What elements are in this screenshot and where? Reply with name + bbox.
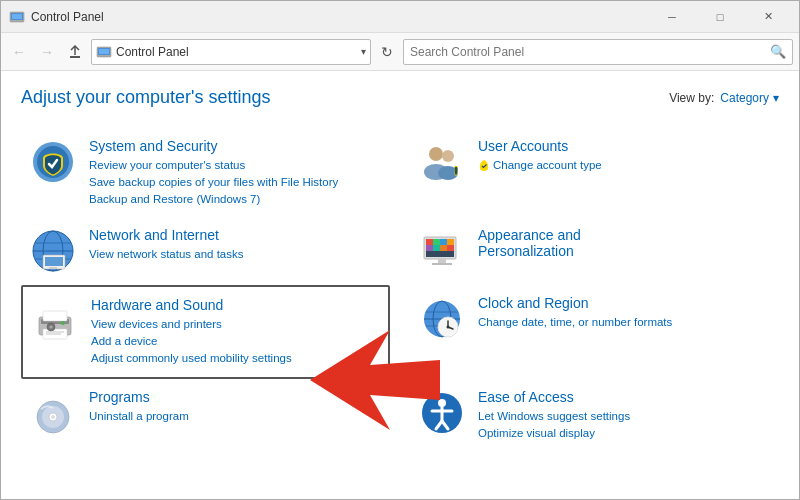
network-internet-title[interactable]: Network and Internet — [89, 227, 382, 243]
ease-of-access-link-2[interactable]: Optimize visual display — [478, 425, 771, 441]
appearance-icon — [418, 227, 466, 275]
system-security-icon — [29, 138, 77, 186]
hardware-sound-links: View devices and printers Add a device A… — [91, 316, 380, 366]
svg-point-9 — [429, 147, 443, 161]
minimize-button[interactable]: ─ — [649, 1, 695, 33]
programs-link-1[interactable]: Uninstall a program — [89, 408, 382, 424]
network-internet-link-1[interactable]: View network status and tasks — [89, 246, 382, 262]
search-icon[interactable]: 🔍 — [770, 44, 786, 59]
svg-rect-2 — [12, 14, 22, 19]
user-accounts-link-1[interactable]: Change account type — [478, 157, 771, 175]
ease-of-access-title[interactable]: Ease of Access — [478, 389, 771, 405]
system-security-link-2[interactable]: Save backup copies of your files with Fi… — [89, 174, 382, 190]
appearance-text: Appearance andPersonalization — [478, 227, 771, 262]
network-internet-links: View network status and tasks — [89, 246, 382, 262]
address-path[interactable]: Control Panel ▾ — [91, 39, 371, 65]
header-row: Adjust your computer's settings View by:… — [21, 87, 779, 108]
user-accounts-title[interactable]: User Accounts — [478, 138, 771, 154]
back-button[interactable]: ← — [7, 40, 31, 64]
system-security-links: Review your computer's status Save backu… — [89, 157, 382, 207]
svg-rect-3 — [70, 56, 80, 58]
page-title: Adjust your computer's settings — [21, 87, 271, 108]
ease-of-access-text: Ease of Access Let Windows suggest setti… — [478, 389, 771, 441]
main-content: Adjust your computer's settings View by:… — [1, 71, 799, 499]
forward-button[interactable]: → — [35, 40, 59, 64]
svg-rect-28 — [426, 245, 433, 251]
system-security-link-1[interactable]: Review your computer's status — [89, 157, 382, 173]
search-input[interactable] — [410, 45, 766, 59]
appearance-title[interactable]: Appearance andPersonalization — [478, 227, 771, 259]
category-ease-of-access[interactable]: Ease of Access Let Windows suggest setti… — [410, 379, 779, 451]
ease-of-access-link-1[interactable]: Let Windows suggest settings — [478, 408, 771, 424]
clock-region-link-1[interactable]: Change date, time, or number formats — [478, 314, 771, 330]
view-by-value: Category — [720, 91, 769, 105]
address-label: Control Panel — [116, 45, 357, 59]
window: Control Panel ─ □ ✕ ← → Control Pane — [0, 0, 800, 500]
category-network-internet[interactable]: Network and Internet View network status… — [21, 217, 390, 285]
clock-region-icon — [418, 295, 466, 343]
maximize-button[interactable]: □ — [697, 1, 743, 33]
window-icon — [9, 9, 25, 25]
ease-of-access-icon — [418, 389, 466, 437]
programs-links: Uninstall a program — [89, 408, 382, 424]
hardware-sound-link-1[interactable]: View devices and printers — [91, 316, 380, 332]
svg-rect-29 — [433, 245, 440, 251]
hardware-sound-title[interactable]: Hardware and Sound — [91, 297, 380, 313]
category-hardware-sound[interactable]: Hardware and Sound View devices and prin… — [21, 285, 390, 378]
user-accounts-text: User Accounts Change account type — [478, 138, 771, 175]
view-by-control: View by: Category ▾ — [669, 91, 779, 105]
hardware-sound-link-3[interactable]: Adjust commonly used mobility settings — [91, 350, 380, 366]
system-security-title[interactable]: System and Security — [89, 138, 382, 154]
programs-icon — [29, 389, 77, 437]
user-accounts-links: Change account type — [478, 157, 771, 175]
svg-rect-6 — [99, 49, 109, 54]
svg-rect-24 — [426, 239, 433, 245]
search-box[interactable]: 🔍 — [403, 39, 793, 65]
view-by-label: View by: — [669, 91, 714, 105]
svg-rect-26 — [440, 239, 447, 245]
address-path-icon — [96, 44, 112, 60]
clock-region-text: Clock and Region Change date, time, or n… — [478, 295, 771, 330]
address-dropdown-icon[interactable]: ▾ — [361, 46, 366, 57]
category-programs[interactable]: Programs Uninstall a program — [21, 379, 390, 451]
category-user-accounts[interactable]: User Accounts Change account type — [410, 128, 779, 217]
svg-point-11 — [442, 150, 454, 162]
svg-point-43 — [50, 326, 53, 329]
system-security-text: System and Security Review your computer… — [89, 138, 382, 207]
user-accounts-icon — [418, 138, 466, 186]
refresh-button[interactable]: ↻ — [375, 40, 399, 64]
svg-rect-27 — [447, 239, 454, 245]
programs-text: Programs Uninstall a program — [89, 389, 382, 424]
svg-point-57 — [51, 415, 55, 419]
hardware-sound-link-2[interactable]: Add a device — [91, 333, 380, 349]
category-system-security[interactable]: System and Security Review your computer… — [21, 128, 390, 217]
network-internet-text: Network and Internet View network status… — [89, 227, 382, 262]
svg-rect-34 — [432, 263, 452, 265]
svg-rect-31 — [447, 245, 454, 251]
network-internet-icon — [29, 227, 77, 275]
svg-rect-20 — [45, 257, 63, 266]
view-by-dropdown-icon: ▾ — [773, 91, 779, 105]
clock-region-links: Change date, time, or number formats — [478, 314, 771, 330]
close-button[interactable]: ✕ — [745, 1, 791, 33]
svg-rect-33 — [438, 259, 446, 263]
programs-title[interactable]: Programs — [89, 389, 382, 405]
category-appearance[interactable]: Appearance andPersonalization — [410, 217, 779, 285]
address-bar: ← → Control Panel ▾ ↻ 🔍 — [1, 33, 799, 71]
categories-grid: System and Security Review your computer… — [21, 128, 779, 451]
svg-point-53 — [447, 326, 450, 329]
svg-rect-32 — [426, 251, 454, 257]
up-button[interactable] — [63, 40, 87, 64]
svg-rect-25 — [433, 239, 440, 245]
view-by-dropdown[interactable]: Category ▾ — [720, 91, 779, 105]
clock-region-title[interactable]: Clock and Region — [478, 295, 771, 311]
svg-rect-30 — [440, 245, 447, 251]
system-security-link-3[interactable]: Backup and Restore (Windows 7) — [89, 191, 382, 207]
hardware-sound-icon — [31, 297, 79, 345]
svg-point-41 — [61, 321, 65, 325]
ease-of-access-links: Let Windows suggest settings Optimize vi… — [478, 408, 771, 441]
category-clock-region[interactable]: Clock and Region Change date, time, or n… — [410, 285, 779, 378]
hardware-sound-text: Hardware and Sound View devices and prin… — [91, 297, 380, 366]
window-title: Control Panel — [31, 10, 649, 24]
title-bar: Control Panel ─ □ ✕ — [1, 1, 799, 33]
